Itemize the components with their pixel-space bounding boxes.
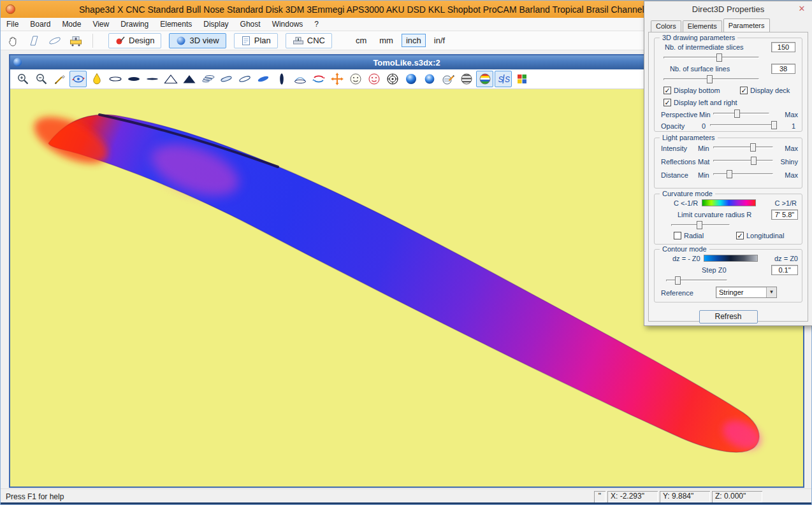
intensity-min-label: Min — [698, 145, 709, 152]
display-left-right-checkbox[interactable]: Display left and right — [663, 99, 737, 106]
document-icon — [13, 58, 22, 66]
status-help-text: Press F1 for help — [6, 492, 64, 501]
app-icon — [6, 4, 15, 14]
board-open-icon[interactable] — [46, 32, 64, 48]
button-label: CNC — [307, 36, 325, 45]
smiley-red-icon[interactable] — [365, 71, 382, 87]
s-slash-s-icon[interactable]: SS — [495, 71, 512, 87]
menu-help[interactable]: ? — [308, 18, 324, 31]
board-profile-icon[interactable] — [143, 71, 161, 87]
reference-label: Reference — [661, 289, 693, 297]
tab-elements[interactable]: Elements — [683, 20, 722, 32]
smiley-dark-icon[interactable] — [384, 71, 401, 87]
curvature-radius-label: Limit curvature radius R — [678, 211, 751, 218]
view3d-icon — [176, 36, 186, 46]
menu-windows[interactable]: Windows — [266, 18, 309, 31]
menu-elements[interactable]: Elements — [154, 18, 198, 31]
slice-stack-icon[interactable] — [199, 71, 216, 87]
reflections-slider[interactable] — [713, 157, 773, 165]
display-deck-checkbox[interactable]: Display deck — [740, 87, 790, 94]
unit-inch[interactable]: inch — [402, 34, 426, 47]
board-3d-outline-icon[interactable] — [236, 71, 253, 87]
longitudinal-checkbox[interactable]: Longitudinal — [736, 232, 784, 239]
opacity-slider[interactable] — [710, 121, 776, 129]
plan-button[interactable]: Plan — [234, 33, 278, 48]
panel-title: Direct3D Properties — [692, 4, 764, 14]
menu-view[interactable]: View — [87, 18, 115, 31]
checkbox-label: Display deck — [750, 87, 790, 94]
status-bar: Press F1 for help " X: -2.293" Y: 9.884"… — [1, 488, 811, 504]
reflections-max-label: Shiny — [780, 158, 798, 166]
window-title: Shape3d X CNC Standard Bull Nose Standar… — [79, 4, 675, 15]
refresh-button[interactable]: Refresh — [699, 310, 758, 324]
menu-display[interactable]: Display — [198, 18, 234, 31]
rotate-3d-icon[interactable] — [69, 71, 87, 87]
distance-min-label: Min — [698, 171, 709, 179]
board-arc-icon[interactable] — [291, 71, 308, 87]
contour-slider[interactable] — [666, 276, 727, 285]
unit-inf[interactable]: in/f — [430, 34, 449, 47]
plan-icon — [241, 36, 251, 46]
zoom-in-icon[interactable] — [14, 71, 31, 87]
triangle-outline-icon[interactable] — [162, 71, 179, 87]
step-z0-field[interactable]: 0.1" — [771, 265, 798, 275]
slice-single-icon[interactable] — [217, 71, 235, 87]
zoom-out-icon[interactable] — [33, 71, 50, 87]
panel-title-bar[interactable]: Direct3D Properties ✕ — [644, 1, 812, 17]
ball-blue-icon[interactable] — [402, 71, 419, 87]
group-contour-mode: Contour mode dz = - Z0 dz = Z0 Step Z0 0… — [654, 249, 802, 302]
unit-mm[interactable]: mm — [375, 34, 398, 47]
cnc-machine-icon[interactable] — [67, 32, 85, 48]
triangle-filled-icon[interactable] — [180, 71, 198, 87]
window-bottom-border — [1, 502, 811, 504]
board-vertical-icon[interactable] — [273, 71, 290, 87]
ball-rainbow-icon[interactable] — [476, 71, 493, 87]
status-z-cell: Z: 0.000" — [712, 491, 762, 502]
design-button[interactable]: Design — [108, 33, 161, 48]
curvature-radius-field[interactable]: 7' 5.8" — [771, 210, 798, 220]
group-title: Contour mode — [660, 245, 709, 253]
3d-view-button[interactable]: 3D view — [169, 33, 226, 48]
slices-slider[interactable] — [663, 53, 759, 62]
cnc-button[interactable]: CNC — [286, 33, 332, 48]
radial-checkbox[interactable]: Radial — [674, 232, 704, 239]
intensity-slider[interactable] — [713, 143, 773, 152]
checkbox-box — [663, 87, 671, 94]
surface-lines-slider[interactable] — [663, 75, 759, 83]
curvature-gradient-bar — [702, 199, 756, 206]
disk-pencil-icon[interactable] — [439, 71, 456, 87]
ball-blue-2-icon[interactable] — [421, 71, 438, 87]
menu-ghost[interactable]: Ghost — [235, 18, 266, 31]
perspective-slider[interactable] — [713, 110, 769, 118]
smiley-icon[interactable] — [347, 71, 364, 87]
menu-file[interactable]: File — [1, 18, 24, 31]
tab-colors[interactable]: Colors — [651, 20, 681, 32]
board-3d-filled-icon[interactable] — [254, 71, 272, 87]
move-axes-icon[interactable] — [328, 71, 345, 87]
group-curvature-mode: Curvature mode C <-1/R C >1/R Limit curv… — [654, 194, 802, 245]
checkbox-box — [740, 87, 748, 94]
menu-board[interactable]: Board — [24, 18, 56, 31]
curvature-slider[interactable] — [671, 221, 730, 229]
panel-tabs: Colors Elements Parameters — [651, 19, 771, 32]
display-bottom-checkbox[interactable]: Display bottom — [663, 87, 720, 94]
slices-field[interactable]: 150 — [771, 42, 795, 52]
pan-hand-icon[interactable] — [4, 32, 22, 48]
reference-value: Stringer — [716, 287, 766, 297]
menu-drawing[interactable]: Drawing — [115, 18, 154, 31]
board-filled-icon[interactable] — [125, 71, 142, 87]
close-icon[interactable]: ✕ — [796, 3, 808, 15]
unit-cm[interactable]: cm — [351, 34, 371, 47]
color-grid-icon[interactable] — [513, 71, 530, 87]
rotate-axes-icon[interactable] — [310, 71, 327, 87]
ball-striped-icon[interactable] — [458, 71, 475, 87]
color-drop-icon[interactable] — [88, 71, 105, 87]
tab-parameters[interactable]: Parameters — [723, 18, 770, 32]
surface-lines-field[interactable]: 38 — [771, 64, 795, 74]
distance-slider[interactable] — [713, 170, 773, 178]
reference-dropdown[interactable]: Stringer ▼ — [716, 287, 777, 298]
board-outline-icon[interactable] — [106, 71, 124, 87]
measure-icon[interactable] — [51, 71, 68, 87]
menu-mode[interactable]: Mode — [56, 18, 87, 31]
board-new-icon[interactable] — [25, 32, 43, 48]
